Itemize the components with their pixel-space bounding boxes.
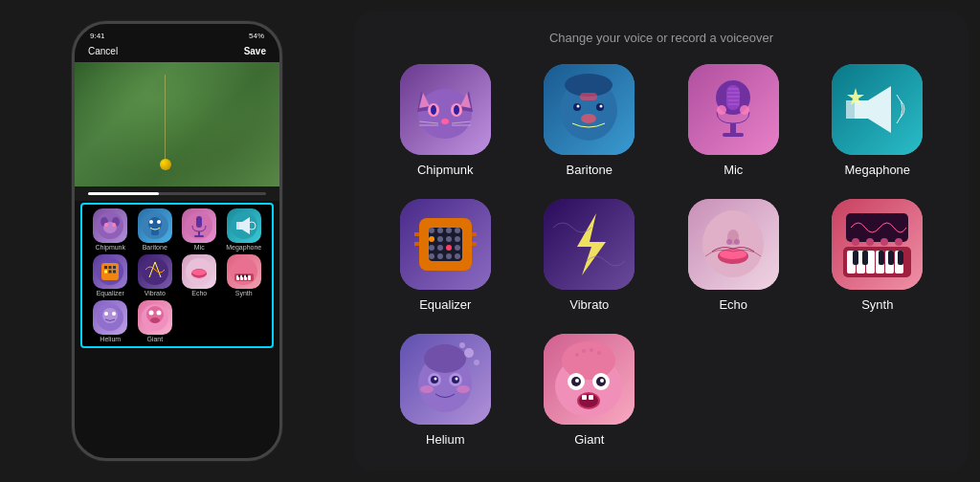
effect-label-baritone: Baritone — [567, 163, 612, 177]
effect-icon-echo — [688, 199, 779, 290]
phone-time: 9:41 — [90, 32, 105, 40]
effect-icon-giant — [544, 334, 635, 425]
phone-effect-echo[interactable]: Echo — [179, 254, 220, 296]
svg-rect-133 — [879, 251, 884, 265]
effect-item-giant[interactable]: Giant — [527, 334, 653, 451]
svg-rect-39 — [246, 274, 248, 277]
svg-rect-131 — [853, 251, 858, 265]
svg-point-58 — [454, 105, 459, 115]
svg-rect-23 — [113, 266, 116, 269]
phone-video — [75, 62, 279, 186]
phone-battery: 54% — [249, 32, 264, 40]
effect-item-vibrato[interactable]: Vibrato — [527, 199, 653, 317]
svg-rect-21 — [104, 266, 107, 269]
svg-rect-12 — [196, 216, 202, 228]
effect-icon-equalizer — [400, 199, 491, 290]
svg-point-98 — [429, 228, 434, 233]
effect-label-megaphone: Megaphone — [844, 163, 910, 177]
svg-point-111 — [437, 253, 443, 259]
svg-point-148 — [434, 378, 436, 381]
svg-rect-22 — [109, 266, 112, 269]
svg-point-108 — [446, 245, 452, 251]
svg-rect-25 — [109, 271, 112, 274]
phone-ornament-decoration — [136, 75, 193, 170]
svg-point-120 — [734, 239, 740, 245]
effect-label-giant: Giant — [574, 432, 604, 447]
svg-point-103 — [437, 236, 443, 242]
effect-item-megaphone[interactable]: Megaphone — [815, 64, 941, 182]
svg-rect-84 — [723, 133, 744, 137]
svg-point-73 — [581, 114, 596, 123]
svg-point-105 — [455, 236, 460, 242]
svg-rect-83 — [730, 123, 736, 133]
svg-rect-38 — [242, 274, 244, 277]
phone-effects-grid: Chipmunk Baritone Mic Megaphone — [80, 203, 274, 348]
svg-point-4 — [104, 223, 108, 227]
svg-point-71 — [577, 105, 580, 108]
svg-point-119 — [726, 239, 732, 245]
phone-effect-helium[interactable]: Helium — [90, 300, 131, 342]
phone-effect-synth[interactable]: Synth — [224, 254, 265, 296]
effect-item-equalizer[interactable]: Equalizer — [383, 199, 508, 317]
svg-point-46 — [148, 311, 153, 316]
svg-point-107 — [437, 245, 443, 251]
svg-point-149 — [455, 378, 457, 381]
svg-point-158 — [575, 353, 579, 357]
svg-point-85 — [717, 105, 726, 115]
svg-point-140 — [895, 238, 902, 246]
svg-point-99 — [437, 228, 443, 233]
svg-rect-37 — [238, 274, 240, 277]
phone-effect-mic[interactable]: Mic — [179, 208, 220, 251]
svg-rect-24 — [104, 271, 107, 274]
svg-rect-17 — [236, 222, 239, 230]
svg-point-10 — [157, 220, 161, 224]
phone-effect-megaphone[interactable]: Megaphone — [224, 208, 265, 251]
effect-icon-vibrato — [544, 199, 635, 290]
svg-point-57 — [431, 105, 436, 115]
svg-point-5 — [112, 223, 116, 227]
svg-point-86 — [740, 105, 749, 115]
svg-point-143 — [424, 344, 466, 373]
svg-point-166 — [575, 379, 579, 383]
phone-timeline[interactable] — [75, 186, 279, 201]
effect-label-echo: Echo — [719, 297, 747, 312]
svg-rect-96 — [472, 242, 477, 246]
effect-item-echo[interactable]: Echo — [671, 199, 796, 317]
effect-item-baritone[interactable]: Baritone — [527, 64, 653, 182]
svg-point-101 — [455, 228, 460, 233]
svg-point-152 — [464, 348, 474, 358]
phone-panel: 9:41 54% Cancel Save — [0, 0, 354, 482]
svg-rect-134 — [888, 251, 894, 265]
svg-point-160 — [590, 348, 593, 352]
save-button-phone[interactable]: Save — [244, 46, 266, 56]
svg-point-112 — [446, 253, 452, 259]
svg-point-159 — [582, 349, 586, 353]
effect-label-synth: Synth — [861, 297, 893, 312]
svg-rect-74 — [580, 93, 597, 100]
effect-icon-mic — [688, 64, 779, 155]
effect-label-mic: Mic — [724, 163, 743, 177]
svg-point-7 — [148, 217, 162, 230]
effect-item-mic[interactable]: Mic — [671, 64, 796, 182]
effect-icon-chipmunk — [400, 64, 491, 155]
effect-item-helium[interactable]: Helium — [383, 334, 508, 451]
svg-rect-93 — [414, 232, 419, 236]
svg-rect-95 — [472, 232, 477, 236]
svg-rect-94 — [414, 242, 419, 246]
phone-effect-equalizer[interactable]: Equalizer — [90, 254, 131, 296]
phone-effect-giant[interactable]: Giant — [135, 300, 176, 342]
effects-grid: Chipmunk — [383, 64, 940, 451]
effect-item-chipmunk[interactable]: Chipmunk — [383, 64, 508, 182]
phone-mockup: 9:41 54% Cancel Save — [72, 21, 282, 461]
svg-point-42 — [104, 312, 108, 316]
effect-item-synth[interactable]: Synth — [815, 199, 941, 317]
effect-icon-helium — [400, 334, 491, 425]
phone-effect-baritone[interactable]: Baritone — [135, 208, 176, 251]
effect-icon-baritone — [544, 64, 635, 155]
svg-point-113 — [455, 253, 460, 259]
cancel-button-phone[interactable]: Cancel — [88, 46, 118, 56]
phone-effect-vibrato[interactable]: Vibrato — [135, 254, 176, 296]
phone-effect-chipmunk[interactable]: Chipmunk — [90, 208, 131, 251]
svg-point-157 — [562, 341, 615, 380]
svg-point-72 — [600, 105, 603, 108]
